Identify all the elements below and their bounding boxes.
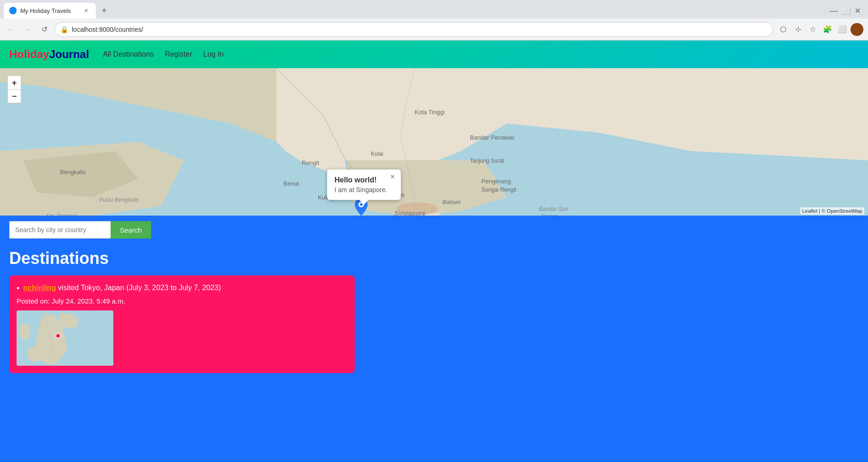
app-navbar: Holiday Journal All Destinations Registe…	[0, 41, 868, 68]
map-attribution: Leaflet | © OpenStreetMap	[800, 207, 864, 215]
brand-holiday: Holiday	[9, 48, 49, 61]
svg-point-25	[56, 333, 60, 338]
popup-close-button[interactable]: ×	[388, 172, 397, 181]
nav-all-destinations[interactable]: All Destinations	[103, 50, 153, 58]
search-button[interactable]: Search	[111, 221, 151, 239]
window-close-button[interactable]: ✕	[855, 6, 861, 15]
split-view-button[interactable]: ⬜	[836, 23, 849, 36]
address-text: localhost:8000/countries/	[72, 26, 767, 33]
svg-text:Benut: Benut	[283, 180, 299, 187]
screen-cast-button[interactable]: ⬡	[777, 23, 790, 36]
nav-bar: ← → ↺ 🔒 localhost:8000/countries/ ⬡ ⊹ ☆ …	[0, 18, 868, 41]
share-button[interactable]: ⊹	[792, 23, 804, 36]
svg-text:Bengkalis: Bengkalis	[60, 169, 86, 175]
search-input[interactable]	[9, 221, 111, 239]
svg-text:Batam: Batam	[442, 199, 461, 205]
new-tab-button[interactable]: +	[98, 4, 111, 17]
minimize-button[interactable]: —	[830, 6, 838, 16]
secure-icon: 🔒	[60, 26, 68, 33]
svg-text:Sei. Pakning: Sei. Pakning	[46, 213, 77, 216]
nav-links: All Destinations Register Log In	[103, 50, 223, 58]
dest-description: nchinling visited Tokyo, Japan (July 3, …	[23, 283, 221, 293]
bookmark-button[interactable]: ☆	[806, 23, 819, 36]
svg-text:Kulai: Kulai	[371, 151, 383, 157]
svg-text:Bandar Seri: Bandar Seri	[539, 206, 569, 212]
svg-text:Bandar Penawar: Bandar Penawar	[470, 134, 515, 141]
zoom-in-button[interactable]: +	[7, 76, 21, 89]
dest-bullet: •	[17, 283, 19, 294]
svg-text:Bentan: Bentan	[541, 213, 557, 216]
dest-item: • nchinling visited Tokyo, Japan (July 3…	[17, 283, 347, 294]
brand-logo: Holiday Journal	[9, 48, 89, 61]
svg-text:Tanjung Surat: Tanjung Surat	[470, 158, 504, 164]
active-tab[interactable]: 🌐 My Holiday Travels ×	[4, 3, 96, 18]
dest-visit-text: visited Tokyo, Japan (July 3, 2023 to Ju…	[56, 284, 221, 292]
map-container[interactable]: Bengkalis Pulau Bengkalis Sei. Pakning P…	[0, 68, 868, 216]
popup-title: Hello world!	[334, 176, 393, 184]
tab-title: My Holiday Travels	[20, 7, 78, 14]
dest-posted: Posted on: July 24, 2023, 5:49 a.m.	[17, 297, 347, 305]
map-popup: × Hello world! I am at Singapore.	[327, 170, 401, 200]
svg-text:Pengerang: Pengerang	[481, 178, 511, 185]
brand-journal: Journal	[49, 48, 89, 61]
destinations-title: Destinations	[9, 249, 859, 268]
svg-text:Singapore: Singapore	[394, 210, 426, 216]
nav-actions: ⬡ ⊹ ☆ 🧩 ⬜	[777, 23, 863, 36]
address-bar[interactable]: 🔒 localhost:8000/countries/	[54, 22, 773, 37]
maximize-button[interactable]: ⬜	[842, 6, 851, 15]
refresh-button[interactable]: ↺	[38, 23, 51, 36]
close-tab-button[interactable]: ×	[82, 6, 90, 15]
browser-chrome: 🌐 My Holiday Travels × + — ⬜ ✕ ← → ↺ 🔒 l…	[0, 0, 868, 41]
svg-text:Sungai Rengit: Sungai Rengit	[481, 187, 516, 193]
search-bar: Search	[0, 216, 868, 244]
popup-body: I am at Singapore.	[334, 186, 393, 193]
forward-button[interactable]: →	[21, 23, 34, 36]
tab-favicon: 🌐	[9, 7, 17, 14]
dest-map-thumbnail	[17, 310, 113, 366]
map-controls: + −	[7, 76, 21, 103]
tab-bar: 🌐 My Holiday Travels × + — ⬜ ✕	[0, 0, 868, 18]
destination-card: • nchinling visited Tokyo, Japan (July 3…	[9, 275, 355, 373]
main-content: Destinations • nchinling visited Tokyo, …	[0, 244, 868, 382]
back-button[interactable]: ←	[5, 23, 18, 36]
map-svg: Bengkalis Pulau Bengkalis Sei. Pakning P…	[0, 68, 868, 216]
extensions-button[interactable]: 🧩	[821, 23, 834, 36]
nav-register[interactable]: Register	[165, 50, 193, 58]
zoom-out-button[interactable]: −	[7, 89, 21, 103]
profile-avatar[interactable]	[850, 23, 863, 36]
svg-text:Kota Tinggi: Kota Tinggi	[415, 109, 445, 116]
dest-user-link[interactable]: nchinling	[23, 284, 56, 292]
svg-text:Pulau Bengkalis: Pulau Bengkalis	[99, 197, 139, 203]
nav-login[interactable]: Log In	[203, 50, 223, 58]
svg-text:Rengit: Rengit	[302, 159, 319, 166]
